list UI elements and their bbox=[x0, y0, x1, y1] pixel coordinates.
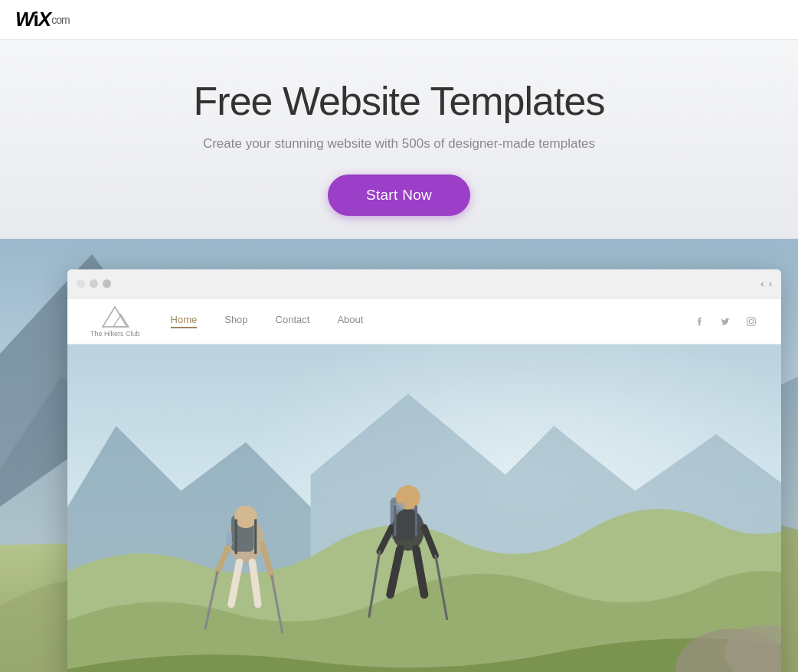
template-logo-mountain-icon bbox=[100, 305, 130, 328]
browser-dot-red bbox=[77, 279, 85, 288]
wix-logo-dotcom: com bbox=[51, 14, 69, 26]
template-nav-home[interactable]: Home bbox=[171, 314, 198, 328]
header: WiX com bbox=[0, 0, 798, 40]
browser-dot-green bbox=[103, 279, 111, 288]
hero-title: Free Website Templates bbox=[15, 78, 783, 124]
svg-point-16 bbox=[234, 505, 257, 528]
hero-subtitle: Create your stunning website with 500s o… bbox=[15, 136, 783, 152]
twitter-icon[interactable] bbox=[718, 315, 732, 328]
browser-window: ‹ › The Hikers Club Home Shop Contact Ab… bbox=[67, 269, 781, 672]
svg-point-27 bbox=[392, 509, 424, 551]
wix-logo[interactable]: WiX com bbox=[15, 8, 70, 31]
template-logo-name: The Hikers Club bbox=[90, 330, 140, 338]
browser-forward-icon[interactable]: › bbox=[769, 278, 772, 289]
facebook-icon[interactable] bbox=[692, 315, 706, 328]
browser-dot-yellow bbox=[90, 279, 98, 288]
template-hero-image bbox=[67, 344, 781, 672]
template-landscape-svg bbox=[67, 344, 781, 672]
template-logo: The Hikers Club bbox=[90, 305, 140, 338]
instagram-icon[interactable] bbox=[744, 315, 758, 328]
start-now-button[interactable]: Start Now bbox=[328, 175, 470, 216]
full-background-section: ‹ › The Hikers Club Home Shop Contact Ab… bbox=[0, 239, 798, 672]
template-navbar: The Hikers Club Home Shop Contact About bbox=[67, 298, 781, 344]
wix-logo-text: WiX bbox=[15, 8, 51, 31]
svg-point-9 bbox=[753, 318, 754, 319]
svg-rect-7 bbox=[747, 317, 756, 325]
template-nav-links: Home Shop Contact About bbox=[171, 314, 692, 328]
template-nav-contact[interactable]: Contact bbox=[276, 314, 310, 328]
template-nav-about[interactable]: About bbox=[337, 314, 363, 328]
browser-window-controls bbox=[77, 279, 111, 288]
svg-point-8 bbox=[749, 319, 753, 323]
svg-rect-25 bbox=[227, 531, 232, 546]
hero-section: Free Website Templates Create your stunn… bbox=[0, 40, 798, 239]
browser-nav-arrows: ‹ › bbox=[760, 278, 772, 289]
browser-back-icon[interactable]: ‹ bbox=[760, 278, 764, 289]
svg-rect-35 bbox=[395, 503, 405, 509]
template-nav-shop[interactable]: Shop bbox=[224, 314, 247, 328]
browser-chrome: ‹ › bbox=[67, 269, 781, 298]
template-social-icons bbox=[692, 315, 758, 328]
